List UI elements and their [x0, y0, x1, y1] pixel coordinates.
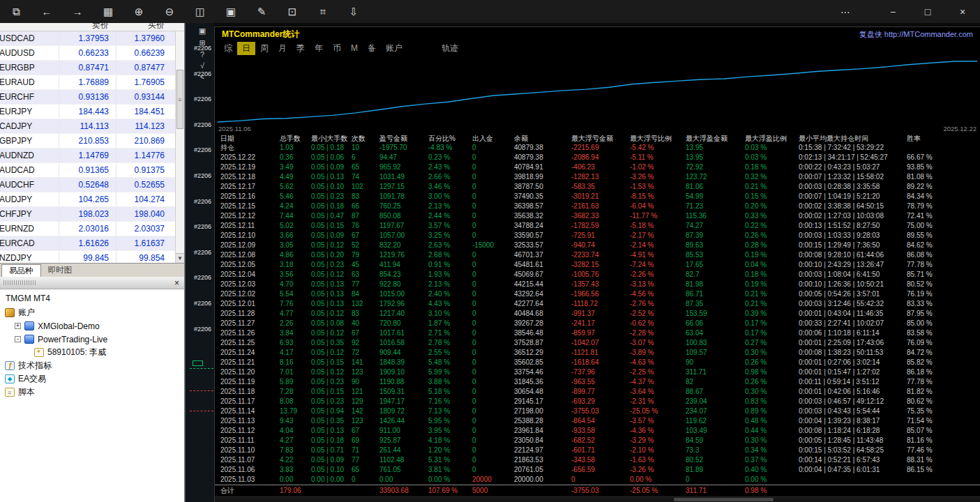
maximize-icon[interactable]: □: [921, 6, 934, 17]
table-row[interactable]: 2025.11.124.040.05 | 0.1367911.003.95 %0…: [215, 426, 980, 436]
market-watch-row[interactable]: CADJPY114.113114.123: [0, 119, 175, 134]
nav-item-accounts[interactable]: 账户: [0, 306, 184, 319]
table-row[interactable]: 2025.11.187.280.05 | 0.151211509.315.18 …: [215, 387, 980, 397]
table-row[interactable]: 2025.11.114.270.05 | 0.1869925.874.18 %0…: [215, 436, 980, 446]
brand-link[interactable]: 复盘侠 http://MTCommander.com: [859, 29, 973, 40]
open-external-icon[interactable]: ⊡: [286, 6, 299, 18]
table-row[interactable]: 2025.12.193.490.05 | 0.0965965.922.43 %0…: [215, 162, 980, 172]
nav-item-ea[interactable]: EA交易: [0, 372, 184, 386]
zoom-out-icon[interactable]: ⊖: [163, 6, 176, 18]
collapse-icon[interactable]: -: [15, 336, 21, 342]
nav-item-indicators[interactable]: 技术指标: [0, 359, 184, 372]
menu-item-quarter[interactable]: 季: [292, 42, 310, 55]
table-row[interactable]: 2025.12.025.540.05 | 0.13841015.002.40 %…: [215, 289, 980, 299]
stats-total-row[interactable]: 合计179.0633903.68107.69 %5000-3755.03-25.…: [215, 485, 980, 495]
scrollbar-thumb[interactable]: [674, 498, 774, 501]
table-row[interactable]: 2025.11.284.770.05 | 0.12831217.403.10 %…: [215, 309, 980, 319]
menu-item-m[interactable]: M: [346, 43, 363, 54]
nav-item-powertrading-live[interactable]: -PowerTrading-Live: [0, 333, 184, 346]
market-watch-row[interactable]: AUDCHF0.526480.52655: [0, 178, 175, 192]
menu-item-note[interactable]: 备: [363, 42, 381, 55]
expand-icon[interactable]: +: [15, 323, 21, 329]
table-row[interactable]: 2025.11.256.930.05 | 0.35921016.582.78 %…: [215, 338, 980, 348]
market-watch-row[interactable]: EURNZD2.030162.03037: [0, 222, 175, 236]
tab-tick-chart[interactable]: 即时图: [41, 264, 80, 277]
market-watch-row[interactable]: CHFJPY198.023198.040: [0, 207, 175, 222]
scroll-down-button[interactable]: ▼: [176, 253, 184, 263]
table-row[interactable]: 2025.12.043.560.05 | 0.1263854.231.93 %0…: [215, 270, 980, 280]
table-row[interactable]: 2025.12.175.620.05 | 0.101021297.153.46 …: [215, 182, 980, 192]
download-icon[interactable]: ⇩: [347, 6, 360, 18]
menu-item-year[interactable]: 年: [310, 42, 328, 55]
window-icon[interactable]: ▣: [225, 6, 237, 18]
table-row[interactable]: 2025.12.220.360.05 | 0.06694.470.23 %040…: [215, 153, 980, 162]
tab-symbols[interactable]: 易品种: [1, 264, 41, 277]
market-watch-row[interactable]: EURJPY184.443184.451: [0, 105, 175, 119]
table-row[interactable]: 2025.12.017.760.05 | 0.131321792.964.43 …: [215, 299, 980, 309]
table-row[interactable]: 2025.12.127.440.05 | 0.4787850.082.44 %0…: [215, 211, 980, 221]
close-icon[interactable]: ×: [956, 6, 969, 17]
menu-item-week[interactable]: 周: [255, 42, 273, 55]
table-row[interactable]: 2025.11.063.830.05 | 0.1065761.053.81 %0…: [215, 465, 980, 475]
stats-horizontal-scrollbar[interactable]: [215, 496, 980, 502]
menu-item-currency[interactable]: 币: [328, 42, 346, 55]
forward-icon[interactable]: →: [71, 6, 84, 17]
market-watch-row[interactable]: AUDNZD1.147691.14776: [0, 149, 175, 163]
table-row[interactable]: 2025.12.115.020.05 | 0.15761197.673.57 %…: [215, 221, 980, 231]
table-row[interactable]: 2025.11.244.170.05 | 0.1272909.442.55 %0…: [215, 348, 980, 358]
capture-icon[interactable]: ⌗: [317, 6, 329, 18]
table-row[interactable]: 2025.12.103.660.05 | 0.09671057.003.25 %…: [215, 231, 980, 241]
menu-item-account[interactable]: 账户: [381, 42, 407, 55]
menu-item-summary[interactable]: 综: [219, 42, 237, 55]
market-watch-row[interactable]: NZDJPY99.84599.854: [0, 251, 175, 263]
minimize-icon[interactable]: −: [887, 6, 899, 17]
table-row[interactable]: 2025.11.272.260.05 | 0.0840720.801.87 %0…: [215, 319, 980, 328]
market-watch-row[interactable]: AUDUSD0.662330.66239: [0, 46, 175, 61]
table-row[interactable]: 2025.11.195.890.05 | 0.23901190.883.88 %…: [215, 377, 980, 387]
market-watch-row[interactable]: EURAUD1.768891.76905: [0, 75, 175, 90]
confirm-icon[interactable]: √: [196, 61, 209, 70]
table-row[interactable]: 2025.11.1413.790.05 | 0.941421809.727.13…: [215, 406, 980, 416]
table-row[interactable]: 2025.11.074.220.05 | 0.09771102.485.31 %…: [215, 455, 980, 465]
apps-grid-icon[interactable]: ▦: [102, 6, 114, 18]
close-icon[interactable]: ×: [169, 278, 184, 288]
back-icon[interactable]: ←: [40, 6, 53, 17]
sitemap-icon[interactable]: ⧉: [10, 6, 22, 18]
table-row[interactable]: 持仓1.030.05 | 0.1810-1975.70-4.83 %040879…: [215, 143, 980, 153]
table-row[interactable]: 2025.12.053.180.05 | 0.2345411.940.91 %0…: [215, 260, 980, 270]
market-watch-row[interactable]: GBPJPY210.853210.869: [0, 134, 175, 149]
table-row[interactable]: 2025.11.218.160.05 | 0.151411848.395.48 …: [215, 358, 980, 367]
panel-grip[interactable]: [3, 280, 36, 285]
table-row[interactable]: 2025.12.184.490.05 | 0.13741031.492.66 %…: [215, 172, 980, 182]
table-row[interactable]: 2025.11.139.430.05 | 0.351231426.445.95 …: [215, 416, 980, 426]
nav-item-xmglobal-demo[interactable]: +XMGlobal-Demo: [0, 319, 184, 333]
nav-item-scripts[interactable]: 脚本: [0, 386, 184, 399]
menu-item-trajectory[interactable]: 轨迹: [437, 42, 463, 55]
market-watch-row[interactable]: EURGBP0.874710.87477: [0, 61, 175, 75]
chart-window-icon[interactable]: ▣: [196, 26, 209, 36]
market-watch-row[interactable]: USDCAD1.379531.37960: [0, 31, 175, 46]
more-icon[interactable]: ⋯: [839, 6, 852, 17]
table-row[interactable]: 2025.11.178.080.05 | 0.231291947.177.16 …: [215, 397, 980, 406]
scrollbar-thumb[interactable]: ≡: [176, 70, 183, 129]
table-row[interactable]: 2025.11.207.010.05 | 0.121231909.105.99 …: [215, 367, 980, 377]
menu-item-day[interactable]: 日: [237, 42, 255, 55]
table-row[interactable]: 2025.12.093.050.05 | 0.1252832.202.63 %-…: [215, 241, 980, 250]
table-row[interactable]: 2025.11.030.000.00 | 0.0000.000.00 %2000…: [215, 475, 980, 485]
market-watch-scrollbar[interactable]: ≡ ▼: [175, 31, 184, 263]
market-watch-row[interactable]: EURCAD1.616261.61637: [0, 236, 175, 251]
market-watch-row[interactable]: AUDJPY104.265104.274: [0, 192, 175, 207]
table-row[interactable]: 2025.12.084.860.05 | 0.20791219.762.68 %…: [215, 250, 980, 260]
reading-view-icon[interactable]: ◫: [194, 6, 206, 18]
table-row[interactable]: 2025.12.165.460.05 | 0.23831091.783.00 %…: [215, 192, 980, 201]
table-row[interactable]: 2025.12.154.240.05 | 0.1866760.252.13 %0…: [215, 201, 980, 211]
nav-item-account-58910105[interactable]: 58910105: 李威: [0, 346, 184, 359]
table-row[interactable]: 2025.11.107.830.05 | 0.7171261.441.20 %0…: [215, 446, 980, 455]
market-watch-row[interactable]: EURCHF0.931360.93144: [0, 90, 175, 105]
table-row[interactable]: 2025.11.263.840.05 | 0.12671017.612.71 %…: [215, 328, 980, 338]
stats-titlebar[interactable]: MTCommander统计 复盘侠 http://MTCommander.com: [215, 27, 980, 41]
compose-icon[interactable]: ✎: [255, 6, 268, 18]
market-watch-row[interactable]: AUDCAD0.913650.91375: [0, 163, 175, 178]
zoom-in-icon[interactable]: ⊕: [133, 6, 145, 18]
menu-item-month[interactable]: 月: [273, 42, 292, 55]
